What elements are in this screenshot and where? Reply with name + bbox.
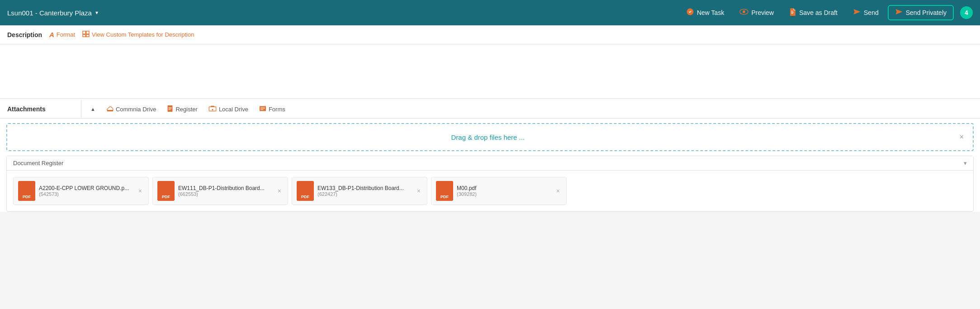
notification-badge[interactable]: 4 <box>960 6 973 19</box>
pdf-filesize: (309282) <box>457 191 551 197</box>
svg-point-10 <box>212 109 213 110</box>
pdf-icon-label: PDF <box>440 195 449 199</box>
pdf-filename: EW111_DB-P1-Distribution Board... <box>178 185 272 191</box>
pdf-icon: PDF <box>157 181 175 201</box>
svg-rect-9 <box>209 107 216 111</box>
send-icon <box>853 8 861 17</box>
project-name: Lsun001 - Canterbury Plaza <box>7 9 92 17</box>
pdf-file-item: PDF EW133_DB-P1-Distribution Board... (6… <box>292 177 427 205</box>
local-drive-label: Local Drive <box>219 106 248 113</box>
pdf-filesize: (622427) <box>317 191 412 197</box>
attachments-header: Attachments ▲ Commnia Drive Register <box>0 100 980 119</box>
pdf-info: EW111_DB-P1-Distribution Board... (66255… <box>178 185 272 197</box>
pdf-icon: PDF <box>18 181 35 201</box>
format-action[interactable]: A Format <box>49 31 75 38</box>
pdf-filename: EW133_DB-P1-Distribution Board... <box>317 185 412 191</box>
forms-button[interactable]: Forms <box>254 101 291 118</box>
svg-rect-5 <box>83 35 85 37</box>
draft-icon <box>789 8 796 18</box>
drop-zone-text: Drag & drop files here ... <box>16 133 960 141</box>
new-task-label: New Task <box>697 9 724 16</box>
view-templates-action[interactable]: View Custom Templates for Description <box>82 31 194 38</box>
pdf-info: M00.pdf (309282) <box>457 185 551 197</box>
topbar: Lsun001 - Canterbury Plaza ▾ New Task Pr… <box>0 0 980 25</box>
project-title-area: Lsun001 - Canterbury Plaza ▾ <box>7 9 98 17</box>
pdf-filename: A2200-E-CPP LOWER GROUND.p... <box>39 185 133 191</box>
format-label: Format <box>57 31 75 38</box>
forms-label: Forms <box>269 106 285 113</box>
commnia-drive-button[interactable]: Commnia Drive <box>101 101 162 118</box>
commnia-drive-label: Commnia Drive <box>116 106 156 113</box>
pdf-icon: PDF <box>436 181 453 201</box>
pdf-file-item: PDF A2200-E-CPP LOWER GROUND.p... (54257… <box>13 177 149 205</box>
pdf-icon: PDF <box>297 181 314 201</box>
svg-rect-6 <box>86 35 89 37</box>
forms-icon <box>259 105 266 113</box>
preview-icon <box>739 9 748 17</box>
drop-zone-close-button[interactable]: × <box>960 133 964 141</box>
pdf-filename: M00.pdf <box>457 185 551 191</box>
save-as-draft-label: Save as Draft <box>799 9 838 16</box>
pdf-filesize: (542573) <box>39 191 133 197</box>
pdf-files-row: PDF A2200-E-CPP LOWER GROUND.p... (54257… <box>7 171 973 211</box>
new-task-button[interactable]: New Task <box>680 5 730 20</box>
templates-icon <box>82 31 90 38</box>
description-label: Description <box>7 31 42 38</box>
description-header: Description A Format View Custom Templat… <box>0 25 980 44</box>
document-register-title: Document Register <box>13 160 63 166</box>
attachments-label: Attachments <box>0 100 81 118</box>
svg-rect-7 <box>107 110 113 111</box>
document-register-header: Document Register ▾ <box>7 156 973 171</box>
format-icon: A <box>49 31 54 38</box>
document-register-section: Document Register ▾ PDF A2200-E-CPP LOWE… <box>6 156 974 212</box>
save-as-draft-button[interactable]: Save as Draft <box>783 5 844 20</box>
drop-zone[interactable]: Drag & drop files here ... × <box>6 123 974 151</box>
main-content: Description A Format View Custom Templat… <box>0 25 980 212</box>
register-label: Register <box>175 106 197 113</box>
register-icon <box>167 105 173 114</box>
pdf-remove-button[interactable]: × <box>276 186 283 195</box>
send-label: Send <box>864 9 879 16</box>
preview-label: Preview <box>751 9 774 16</box>
send-button[interactable]: Send <box>847 6 885 19</box>
attachments-chevron-icon: ▲ <box>90 106 95 112</box>
description-textarea[interactable] <box>0 44 980 99</box>
document-register-chevron-icon[interactable]: ▾ <box>964 160 967 166</box>
send-privately-icon <box>895 8 903 17</box>
pdf-file-item: PDF M00.pdf (309282) × <box>431 177 567 205</box>
svg-rect-4 <box>86 31 89 34</box>
pdf-remove-button[interactable]: × <box>554 186 562 195</box>
pdf-icon-label: PDF <box>162 195 170 199</box>
pdf-info: EW133_DB-P1-Distribution Board... (62242… <box>317 185 412 197</box>
pdf-remove-button[interactable]: × <box>137 186 144 195</box>
local-drive-button[interactable]: Local Drive <box>203 101 254 118</box>
attachments-actions: ▲ Commnia Drive Register <box>81 100 294 118</box>
svg-point-2 <box>743 10 745 13</box>
preview-button[interactable]: Preview <box>733 6 780 19</box>
local-drive-icon <box>208 105 217 113</box>
commnia-drive-icon <box>106 105 114 113</box>
pdf-icon-label: PDF <box>23 195 31 199</box>
topbar-actions: New Task Preview Save as Draft Send <box>680 5 973 20</box>
pdf-icon-label: PDF <box>301 195 309 199</box>
register-button[interactable]: Register <box>161 100 203 118</box>
pdf-info: A2200-E-CPP LOWER GROUND.p... (542573) <box>39 185 133 197</box>
pdf-remove-button[interactable]: × <box>415 186 422 195</box>
collapse-attachments-button[interactable]: ▲ <box>85 102 101 116</box>
task-icon <box>686 8 694 18</box>
send-privately-button[interactable]: Send Privately <box>888 5 954 20</box>
project-chevron-icon[interactable]: ▾ <box>95 10 98 16</box>
send-privately-label: Send Privately <box>906 9 947 16</box>
pdf-filesize: (662553) <box>178 191 272 197</box>
pdf-file-item: PDF EW111_DB-P1-Distribution Board... (6… <box>152 177 288 205</box>
view-templates-label: View Custom Templates for Description <box>92 31 194 38</box>
svg-rect-3 <box>83 31 85 34</box>
